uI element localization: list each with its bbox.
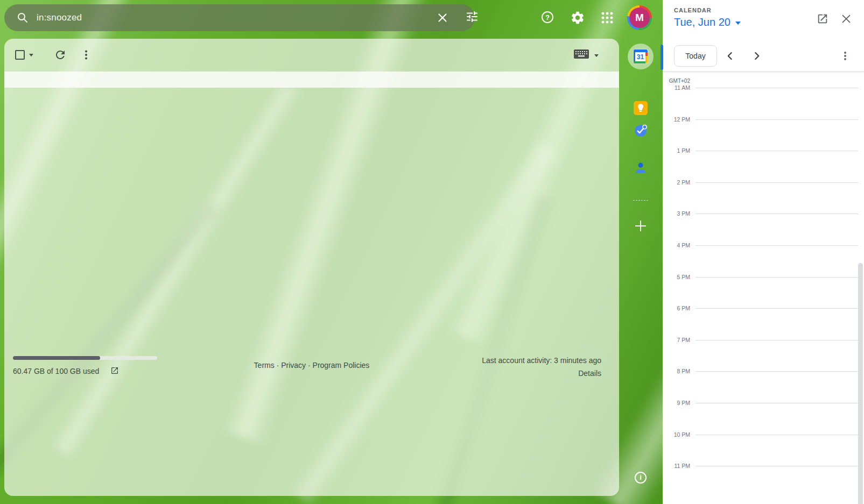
hour-label: 3 PM [663,210,690,217]
hour-line [696,308,858,309]
details-link[interactable]: Details [578,369,601,378]
hour-line [696,277,858,278]
calendar-scrollbar-thumb[interactable] [858,263,863,504]
hour-line [696,214,858,214]
calendar-icon-day: 31 [635,52,645,61]
next-day-icon[interactable] [750,49,764,63]
footer-link-separator: · [306,361,312,370]
calendar-date-selector[interactable]: Tue, Jun 20 [674,16,741,29]
hour-label: 5 PM [663,274,690,280]
hour-label: 9 PM [663,400,690,406]
close-panel-icon[interactable] [839,11,854,26]
search-query[interactable]: in:snoozed [37,4,82,31]
get-addons-plus-icon[interactable] [634,219,647,232]
storage-progress-bar [13,356,157,360]
footer-link-terms[interactable]: Terms [254,361,275,370]
gmail-app: in:snoozed ? M 60 [0,0,864,504]
more-options-icon[interactable] [79,47,94,62]
calendar-panel: CALENDAR Tue, Jun 20 Today GMT+0 [663,0,864,504]
active-panel-indicator [661,45,663,70]
select-all-checkbox[interactable] [15,50,25,60]
calendar-overflow-menu-icon[interactable] [838,49,852,63]
last-account-activity: Last account activity: 3 minutes ago [482,356,601,365]
date-dropdown-icon [735,22,741,25]
hour-line [696,435,858,435]
hour-label: 2 PM [663,179,690,186]
hour-label: 6 PM [663,305,690,311]
help-icon[interactable]: ? [540,10,556,25]
hour-label: 4 PM [663,242,690,249]
search-bar[interactable]: in:snoozed [4,4,475,31]
calendar-rail-icon[interactable]: 31 [634,49,648,63]
timezone-label: GMT+02 [663,72,694,86]
footer-link-separator: · [275,361,281,370]
hour-line [696,245,858,246]
hour-line [696,403,858,403]
empty-mail-row [4,72,619,88]
keep-rail-icon[interactable] [634,101,648,115]
input-tools-dropdown-icon[interactable] [594,54,599,57]
hour-line [696,88,858,88]
hour-label: 1 PM [663,147,690,154]
hour-line [696,151,858,151]
avatar-letter: M [629,8,650,28]
today-button[interactable]: Today [674,45,717,67]
rail-divider [633,200,648,201]
contacts-rail-icon[interactable] [634,161,648,175]
google-apps-grid-icon[interactable] [600,10,615,25]
calendar-header: CALENDAR Tue, Jun 20 Today [663,0,864,72]
hour-line [696,466,858,466]
footer-link-program-policies[interactable]: Program Policies [313,361,370,370]
calendar-app-label: CALENDAR [674,7,712,13]
search-options-icon[interactable] [465,10,479,24]
calendar-date-label: Tue, Jun 20 [674,16,730,29]
select-dropdown-icon[interactable] [29,54,33,56]
hour-line [696,119,858,120]
search-icon [16,11,29,24]
calendar-hour-grid: GMT+02 11 AM12 PM1 PM2 PM3 PM4 PM5 PM6 P… [663,72,864,504]
hour-line [696,340,858,340]
account-avatar[interactable]: M [627,5,652,30]
hour-label: 12 PM [663,116,690,123]
info-icon[interactable]: i [635,472,647,484]
previous-day-icon[interactable] [723,49,737,63]
hour-line [696,182,858,183]
refresh-icon[interactable] [53,47,68,62]
storage-progress-fill [13,356,100,360]
hour-line [696,371,858,372]
clear-search-icon[interactable] [435,11,449,25]
settings-gear-icon[interactable] [570,10,585,25]
hour-label: 8 PM [663,368,690,374]
tasks-rail-icon[interactable] [634,124,648,138]
input-tools-keyboard-icon[interactable] [574,49,590,60]
hour-label: 10 PM [663,431,690,438]
footer-link-privacy[interactable]: Privacy [281,361,306,370]
hour-label: 7 PM [663,337,690,343]
hour-label: 11 PM [663,463,690,469]
open-in-new-icon[interactable] [815,11,830,26]
mail-list-panel: 60.47 GB of 100 GB used Terms · Privacy … [4,39,619,496]
